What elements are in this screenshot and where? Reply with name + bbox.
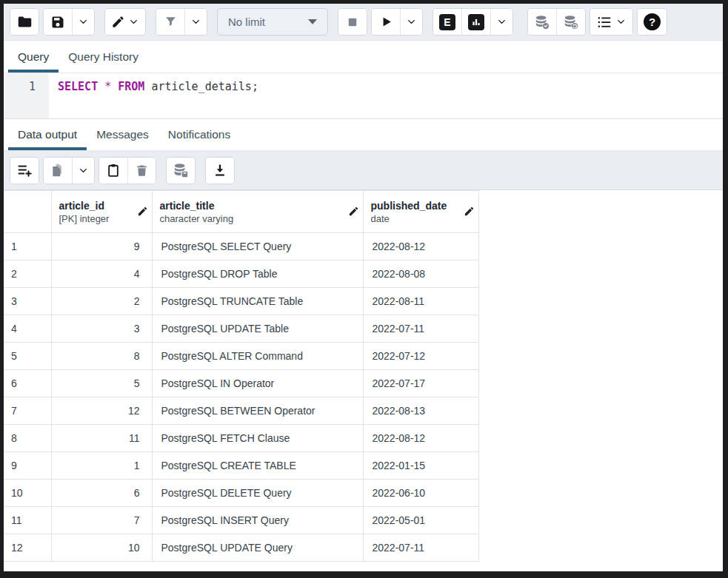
cell-rownum[interactable]: 8 [4, 425, 51, 452]
cell-date[interactable]: 2022-07-11 [363, 315, 478, 343]
cell-date[interactable]: 2022-06-10 [363, 480, 478, 507]
column-header-published-date[interactable]: published_date date [363, 191, 478, 233]
execute-dropdown-button[interactable] [400, 9, 422, 35]
sql-editor[interactable]: 1 SELECT * FROM article_details; [4, 73, 723, 118]
cell-title[interactable]: PostgreSQL UPDATE Query [152, 534, 363, 562]
cell-title[interactable]: PostgreSQL CREATE TABLE [152, 452, 363, 480]
edit-column-pencil-icon[interactable] [348, 206, 359, 217]
cell-date[interactable]: 2022-08-12 [363, 425, 478, 452]
floppy-disk-icon [50, 15, 65, 30]
tab-query-history[interactable]: Query History [59, 41, 148, 73]
cell-rownum[interactable]: 2 [4, 261, 51, 288]
cell-id[interactable]: 3 [51, 315, 152, 343]
cell-id[interactable]: 9 [51, 233, 152, 261]
cell-rownum[interactable]: 4 [4, 315, 51, 343]
save-button-group [43, 8, 95, 36]
add-row-group [10, 157, 39, 184]
filter-dropdown-button[interactable] [184, 9, 207, 35]
tab-notifications[interactable]: Notifications [158, 119, 240, 150]
save-dropdown-button[interactable] [72, 9, 94, 35]
cell-date[interactable]: 2022-01-15 [363, 452, 478, 480]
cell-rownum[interactable]: 6 [4, 370, 51, 397]
cell-date[interactable]: 2022-05-01 [363, 507, 478, 534]
cell-id[interactable]: 12 [51, 397, 152, 425]
copy-button[interactable] [44, 158, 72, 184]
cell-id[interactable]: 4 [51, 261, 152, 288]
cell-date[interactable]: 2022-08-13 [363, 397, 478, 425]
cell-title[interactable]: PostgreSQL FETCH Clause [152, 425, 363, 452]
rollback-button[interactable] [556, 9, 585, 35]
cell-id[interactable]: 8 [51, 343, 152, 370]
help-button[interactable]: ? [638, 9, 667, 35]
tab-messages[interactable]: Messages [87, 119, 158, 150]
cell-id[interactable]: 5 [51, 370, 152, 397]
cell-id[interactable]: 10 [51, 534, 152, 562]
download-button[interactable] [206, 158, 234, 184]
cell-rownum[interactable]: 10 [4, 480, 51, 507]
filter-button[interactable] [156, 9, 184, 35]
delete-button[interactable] [127, 158, 156, 184]
open-file-button[interactable] [10, 9, 39, 35]
grid-body: 19PostgreSQL SELECT Query2022-08-1224Pos… [4, 233, 478, 562]
cell-date[interactable]: 2022-08-08 [363, 261, 478, 288]
cell-rownum[interactable]: 9 [4, 452, 51, 480]
column-name: article_title [160, 199, 347, 212]
column-header-article-title[interactable]: article_title character varying [152, 191, 363, 233]
tab-data-output[interactable]: Data output [8, 119, 87, 150]
explain-analyze-button[interactable] [461, 9, 490, 35]
cell-title[interactable]: PostgreSQL IN Operator [152, 370, 363, 397]
save-data-group [166, 157, 196, 184]
execute-button[interactable] [372, 9, 400, 35]
data-output-toolbar [4, 151, 723, 190]
main-toolbar: No limit E [4, 4, 723, 41]
cell-id[interactable]: 1 [51, 452, 152, 480]
cell-rownum[interactable]: 11 [4, 507, 51, 534]
cell-id[interactable]: 7 [51, 507, 152, 534]
bar-chart-glyph [471, 17, 481, 27]
cell-title[interactable]: PostgreSQL DROP Table [152, 261, 363, 288]
cell-date[interactable]: 2022-08-12 [363, 233, 478, 261]
cell-title[interactable]: PostgreSQL ALTER Command [152, 343, 363, 370]
explain-button[interactable]: E [433, 9, 461, 35]
cell-date[interactable]: 2022-08-11 [363, 288, 478, 315]
explain-dropdown-button[interactable] [490, 9, 512, 35]
column-header-article-id[interactable]: article_id [PK] integer [51, 191, 152, 233]
cell-date[interactable]: 2022-07-11 [363, 534, 478, 562]
cell-title[interactable]: PostgreSQL TRUNCATE Table [152, 288, 363, 315]
edit-column-pencil-icon[interactable] [464, 206, 475, 217]
commit-button[interactable] [528, 9, 556, 35]
cell-title[interactable]: PostgreSQL DELETE Query [152, 480, 363, 507]
cell-rownum[interactable]: 5 [4, 343, 51, 370]
cancel-query-button[interactable] [338, 9, 367, 35]
table-row: 24PostgreSQL DROP Table2022-08-08 [4, 261, 478, 288]
cell-id[interactable]: 2 [51, 288, 152, 315]
cell-id[interactable]: 6 [51, 480, 152, 507]
cell-rownum[interactable]: 1 [4, 233, 51, 261]
column-type: character varying [160, 212, 347, 225]
numbered-list-icon [596, 14, 612, 30]
cell-title[interactable]: PostgreSQL SELECT Query [152, 233, 363, 261]
cell-rownum[interactable]: 7 [4, 397, 51, 425]
cell-date[interactable]: 2022-07-17 [363, 370, 478, 397]
paste-button[interactable] [99, 158, 127, 184]
copy-dropdown-button[interactable] [72, 158, 94, 184]
cell-date[interactable]: 2022-07-12 [363, 343, 478, 370]
save-file-button[interactable] [44, 9, 72, 35]
chevron-down-icon [190, 16, 201, 27]
cell-title[interactable]: PostgreSQL BETWEEN Operator [152, 397, 363, 425]
table-row: 117PostgreSQL INSERT Query2022-05-01 [4, 507, 478, 534]
column-type: [PK] integer [59, 212, 136, 225]
cell-rownum[interactable]: 3 [4, 288, 51, 315]
add-row-button[interactable] [10, 158, 39, 184]
cell-title[interactable]: PostgreSQL INSERT Query [152, 507, 363, 534]
macros-button[interactable] [590, 9, 632, 35]
cell-rownum[interactable]: 12 [4, 534, 51, 562]
save-data-changes-button[interactable] [167, 158, 195, 184]
edit-column-pencil-icon[interactable] [137, 206, 148, 217]
edit-button[interactable] [105, 9, 145, 35]
tab-query[interactable]: Query [8, 41, 59, 73]
sql-line[interactable]: SELECT * FROM article_details; [49, 73, 723, 118]
cell-title[interactable]: PostgreSQL UPDATE Table [152, 315, 363, 343]
row-limit-dropdown[interactable]: No limit [217, 8, 328, 36]
cell-id[interactable]: 11 [51, 425, 152, 452]
